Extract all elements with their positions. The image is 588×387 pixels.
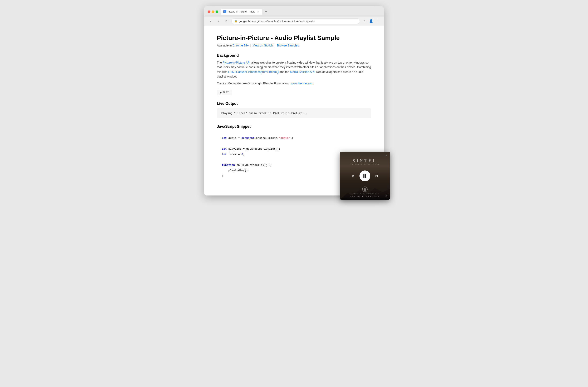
back-button[interactable]: ‹: [208, 18, 213, 24]
tab-close-button[interactable]: ×: [256, 10, 260, 13]
tab-favicon: ✦: [223, 10, 226, 13]
pip-next-button[interactable]: [374, 173, 379, 179]
github-link[interactable]: View on GitHub: [253, 44, 273, 47]
browser-window: ✦ Picture-in-Picture - Audio × + ‹ › ↺ 🔒…: [204, 6, 384, 196]
pip-bottom: Composed and Produced by JAN MORGENSTERN: [350, 186, 380, 198]
new-tab-button[interactable]: +: [263, 9, 269, 15]
window-controls: [208, 10, 218, 13]
pip-prev-button[interactable]: [350, 173, 356, 179]
menu-icon[interactable]: ⋮: [375, 19, 380, 23]
pause-bar-left: [363, 174, 364, 178]
separator-2: |: [275, 44, 275, 47]
url-display: googlechrome.github.io/samples/picture-i…: [239, 20, 315, 23]
pip-logo: SINTEL: [353, 158, 377, 163]
credits-prefix: Credits: Media files are © copyright Ble…: [217, 82, 291, 85]
address-input[interactable]: 🔒 googlechrome.github.io/samples/picture…: [231, 18, 360, 24]
output-box: Playing "Sintel" audio track in Picture-…: [217, 108, 371, 118]
availability-prefix: Available in: [217, 44, 232, 47]
pip-title-area: SINTEL ORIGINAL FILM SCORE: [350, 157, 380, 165]
bookmark-icon[interactable]: ☆: [362, 19, 367, 23]
pip-composer: JAN MORGENSTERN: [350, 195, 380, 198]
code-line-2: let playlist = getAwesomePlaylist();: [222, 146, 366, 152]
background-section: Background The Picture-in-Picture API al…: [217, 53, 371, 102]
reload-button[interactable]: ↺: [224, 18, 229, 24]
separator-1: |: [251, 44, 251, 47]
chrome-link[interactable]: Chrome 74+: [232, 44, 249, 47]
title-bar: ✦ Picture-in-Picture - Audio × +: [204, 6, 384, 17]
minimize-button[interactable]: [212, 10, 214, 13]
maximize-button[interactable]: [216, 10, 218, 13]
background-paragraph: The Picture-in-Picture API allows websit…: [217, 60, 371, 79]
media-session-link[interactable]: Media Session API: [290, 70, 315, 74]
samples-link[interactable]: Browse Samples: [277, 44, 299, 47]
toolbar-icons: ☆ 👤 ⋮: [362, 19, 380, 23]
profile-icon[interactable]: 👤: [369, 19, 374, 23]
blender-link[interactable]: www.blender.org: [291, 82, 313, 85]
pip-artwork: SINTEL ORIGINAL FILM SCORE: [340, 152, 390, 200]
para-middle: and the: [279, 70, 290, 74]
live-output-section: Live Output Playing "Sintel" audio track…: [217, 102, 371, 118]
credits-end: .: [313, 82, 313, 85]
canvas-link[interactable]: HTMLCanvasElement.captureStream(): [228, 70, 279, 74]
output-text: Playing "Sintel" audio track in Picture-…: [221, 112, 307, 115]
tab-bar: ✦ Picture-in-Picture - Audio × +: [221, 9, 380, 15]
forward-button[interactable]: ›: [216, 18, 221, 24]
pause-bar-right: [365, 174, 366, 178]
tab-title: Picture-in-Picture - Audio: [228, 10, 255, 13]
pip-expand-button[interactable]: [385, 194, 388, 198]
page-title: Picture-in-Picture - Audio Playlist Samp…: [217, 34, 371, 42]
play-button[interactable]: ▶ PLAY: [217, 90, 232, 95]
live-output-heading: Live Output: [217, 102, 371, 106]
pip-controls: [350, 170, 379, 181]
pip-composer-label: Composed and Produced by: [351, 193, 379, 194]
active-tab[interactable]: ✦ Picture-in-Picture - Audio ×: [221, 9, 262, 15]
para-prefix: The: [217, 61, 223, 64]
pip-subtitle: ORIGINAL FILM SCORE: [350, 163, 380, 165]
pip-pause-button[interactable]: [359, 170, 370, 181]
address-bar: ‹ › ↺ 🔒 googlechrome.github.io/samples/p…: [204, 17, 384, 26]
pip-close-button[interactable]: ×: [384, 153, 388, 158]
availability-line: Available in Chrome 74+ | View on GitHub…: [217, 44, 371, 47]
background-heading: Background: [217, 53, 371, 58]
code-line-1: let audio = document.createElement('audi…: [222, 135, 366, 141]
pip-tree-icon: [362, 186, 368, 192]
pip-api-link[interactable]: Picture-in-Picture API: [223, 61, 251, 64]
pip-overlay: × SINTEL ORIGINAL FILM SCORE: [340, 152, 390, 200]
js-snippet-heading: JavaScript Snippet: [217, 124, 371, 129]
lock-icon: 🔒: [234, 20, 237, 22]
credits-text: Credits: Media files are © copyright Ble…: [217, 81, 371, 86]
close-button[interactable]: [208, 10, 210, 13]
pause-icon: [363, 174, 367, 178]
